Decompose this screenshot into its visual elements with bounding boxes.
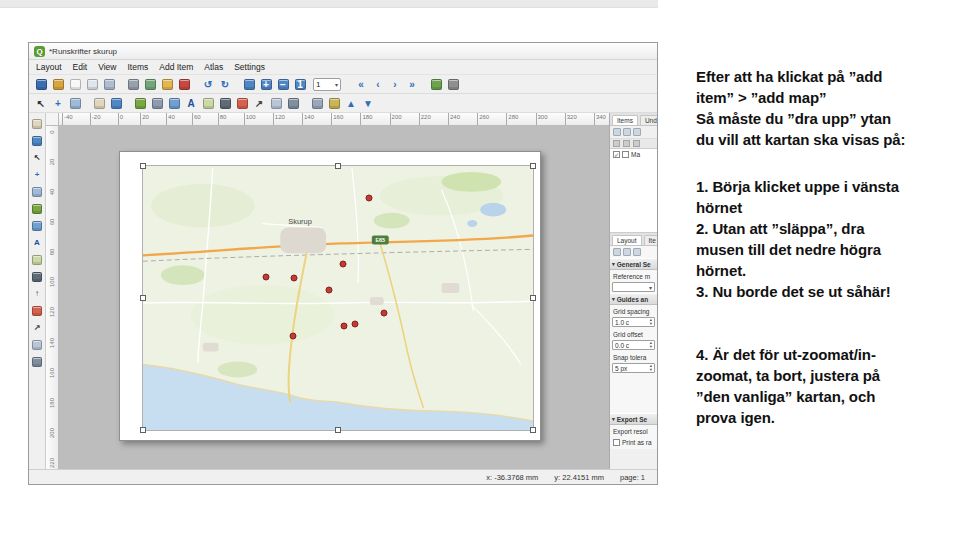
- add-html-tool-icon[interactable]: [31, 355, 44, 368]
- export-image-icon[interactable]: [142, 76, 158, 92]
- spin-buttons[interactable]: ▴ ▾: [650, 341, 652, 349]
- selection-handle[interactable]: [140, 163, 146, 169]
- print-icon[interactable]: [125, 76, 141, 92]
- properties-toolbar-icon[interactable]: [623, 248, 631, 256]
- spin-down-icon[interactable]: ▾: [650, 368, 652, 372]
- spin-down-icon[interactable]: ▾: [650, 345, 652, 349]
- layout-manager-icon[interactable]: [101, 76, 117, 92]
- add-label-icon[interactable]: A: [183, 95, 199, 111]
- folder-open-icon[interactable]: [50, 76, 66, 92]
- redo-icon[interactable]: ↻: [217, 76, 233, 92]
- new-layout-icon[interactable]: [67, 76, 83, 92]
- menu-item[interactable]: Items: [127, 62, 148, 72]
- panel-tab[interactable]: Layout: [612, 235, 642, 245]
- snap-tolerance-input[interactable]: 5 px ▴ ▾: [612, 363, 655, 373]
- zoom-full-icon[interactable]: [241, 76, 257, 92]
- add-north-arrow-tool-icon[interactable]: ↑: [31, 287, 44, 300]
- atlas-settings-icon[interactable]: [428, 76, 444, 92]
- reference-map-combo[interactable]: ▾: [612, 282, 655, 292]
- add-table-tool-icon[interactable]: [31, 338, 44, 351]
- add-scalebar-tool-icon[interactable]: [31, 270, 44, 283]
- raise-items-icon[interactable]: ▲: [343, 95, 359, 111]
- edit-nodes-item-icon[interactable]: [67, 95, 83, 111]
- item-visibility-checkbox[interactable]: ✓: [613, 151, 620, 158]
- panel-tab[interactable]: Und: [640, 115, 657, 125]
- selection-handle[interactable]: [335, 163, 341, 169]
- atlas-next-icon[interactable]: ›: [387, 76, 403, 92]
- add-map-tool-icon[interactable]: [31, 202, 44, 215]
- edit-nodes-tool-icon[interactable]: [31, 185, 44, 198]
- section-general-settings[interactable]: ▾ General Se: [610, 258, 657, 270]
- print-as-raster-checkbox[interactable]: [613, 439, 620, 446]
- menu-item[interactable]: Add Item: [159, 62, 193, 72]
- preferences-icon[interactable]: [445, 76, 461, 92]
- add-scalebar-icon[interactable]: [217, 95, 233, 111]
- items-toolbar-icon[interactable]: [613, 128, 621, 136]
- add-map-icon[interactable]: [132, 95, 148, 111]
- items-list[interactable]: ✓ Ma: [610, 149, 657, 233]
- add-arrow-tool-icon[interactable]: ↗: [31, 321, 44, 334]
- select-move-item-icon[interactable]: ↖: [33, 95, 49, 111]
- atlas-last-icon[interactable]: »: [404, 76, 420, 92]
- add-html-icon[interactable]: [285, 95, 301, 111]
- add-picture-tool-icon[interactable]: [31, 219, 44, 232]
- export-svg-icon[interactable]: [159, 76, 175, 92]
- zoom-out-icon[interactable]: −: [275, 76, 291, 92]
- add-shape-tool-icon[interactable]: [31, 304, 44, 317]
- select-item-tool-icon[interactable]: ↖: [31, 151, 44, 164]
- properties-toolbar-icon[interactable]: [613, 248, 621, 256]
- grid-offset-input[interactable]: 0.0 c ▴ ▾: [612, 340, 655, 350]
- save-layout-icon[interactable]: [33, 76, 49, 92]
- zoom-layout-icon[interactable]: [108, 95, 124, 111]
- menu-item[interactable]: Settings: [234, 62, 265, 72]
- section-guides-grid[interactable]: ▾ Guides an: [610, 293, 657, 305]
- add-shape-icon[interactable]: [234, 95, 250, 111]
- selection-handle[interactable]: [140, 427, 146, 433]
- items-toolbar-icon[interactable]: [623, 128, 631, 136]
- selection-handle[interactable]: [530, 163, 536, 169]
- duplicate-layout-icon[interactable]: [84, 76, 100, 92]
- zoom-in-icon[interactable]: +: [258, 76, 274, 92]
- add-legend-icon[interactable]: [200, 95, 216, 111]
- menu-item[interactable]: Edit: [73, 62, 88, 72]
- selection-handle[interactable]: [335, 427, 341, 433]
- zoom-level-combo[interactable]: 1 ▾: [313, 78, 341, 91]
- export-pdf-icon[interactable]: [176, 76, 192, 92]
- grid-spacing-input[interactable]: 1.0 c ▴ ▾: [612, 317, 655, 327]
- panel-tab[interactable]: Items: [612, 115, 638, 125]
- selection-handle[interactable]: [140, 295, 146, 301]
- item-lock-checkbox[interactable]: [622, 151, 629, 158]
- add-table-icon[interactable]: [268, 95, 284, 111]
- pan-layout-icon[interactable]: [91, 95, 107, 111]
- spin-buttons[interactable]: ▴ ▾: [650, 364, 652, 372]
- add-picture-icon[interactable]: [166, 95, 182, 111]
- add-3d-map-icon[interactable]: [149, 95, 165, 111]
- undo-icon[interactable]: ↺: [200, 76, 216, 92]
- lock-items-icon[interactable]: [326, 95, 342, 111]
- map-item[interactable]: Skurup E65: [142, 165, 534, 431]
- add-label-tool-icon[interactable]: A: [31, 236, 44, 249]
- zoom-actual-icon[interactable]: 1: [292, 76, 308, 92]
- spin-buttons[interactable]: ▴ ▾: [650, 318, 652, 326]
- zoom-tool-icon[interactable]: [31, 134, 44, 147]
- add-legend-tool-icon[interactable]: [31, 253, 44, 266]
- group-items-icon[interactable]: [309, 95, 325, 111]
- menu-item[interactable]: Atlas: [204, 62, 223, 72]
- panel-tab[interactable]: Ite: [644, 235, 657, 245]
- print-as-raster-row[interactable]: Print as ra: [610, 436, 657, 449]
- selection-handle[interactable]: [530, 427, 536, 433]
- lower-items-icon[interactable]: ▼: [360, 95, 376, 111]
- spin-down-icon[interactable]: ▾: [650, 322, 652, 326]
- selection-handle[interactable]: [530, 295, 536, 301]
- menu-item[interactable]: View: [98, 62, 116, 72]
- menu-item[interactable]: Layout: [36, 62, 62, 72]
- layout-canvas[interactable]: Skurup E65: [59, 126, 609, 469]
- properties-toolbar-icon[interactable]: [633, 248, 641, 256]
- atlas-first-icon[interactable]: «: [353, 76, 369, 92]
- layout-item-row[interactable]: ✓ Ma: [610, 149, 657, 160]
- section-export-settings[interactable]: ▾ Export Se: [610, 413, 657, 425]
- items-toolbar-icon[interactable]: [633, 128, 641, 136]
- move-content-tool-icon[interactable]: +: [31, 168, 44, 181]
- pan-tool-icon[interactable]: [31, 117, 44, 130]
- atlas-prev-icon[interactable]: ‹: [370, 76, 386, 92]
